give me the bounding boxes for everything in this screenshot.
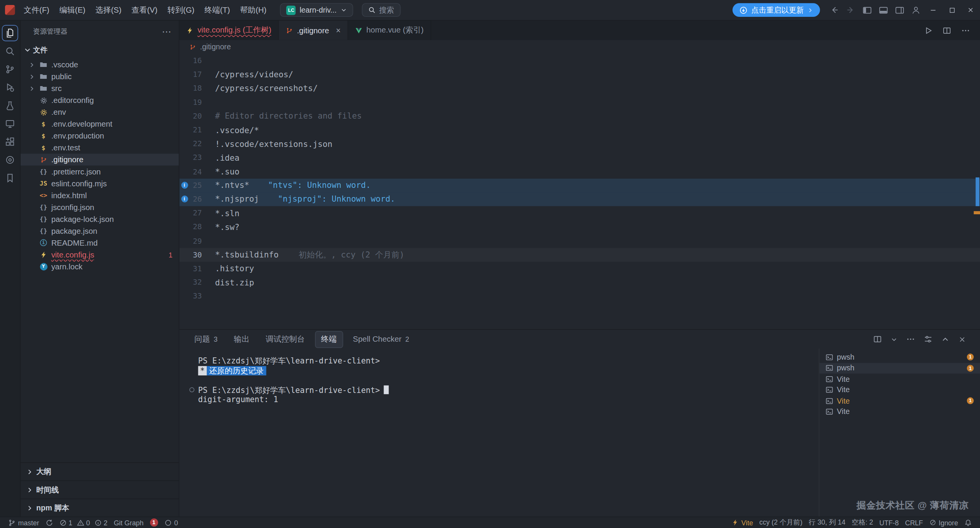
sync-button[interactable] — [42, 517, 56, 528]
tab-home-vue[interactable]: home.vue (索引) — [348, 21, 431, 40]
tree-item-file-selected[interactable]: .gitignore — [21, 154, 179, 166]
code-line-spell-info[interactable]: i25*.ntvs*"ntvs": Unknown word. — [180, 178, 980, 192]
tree-item-file[interactable]: {}jsconfig.json — [21, 201, 179, 213]
forward-button[interactable] — [843, 0, 859, 20]
npm-scripts-section[interactable]: npm 脚本 — [21, 499, 179, 517]
explorer-icon[interactable] — [0, 24, 20, 42]
more-actions-icon[interactable] — [961, 26, 970, 35]
tab-debug-console[interactable]: 调试控制台 — [260, 331, 311, 347]
tree-item-file[interactable]: JSeslint.config.mjs — [21, 178, 179, 189]
tree-item-file[interactable]: <>index.html — [21, 189, 179, 201]
outline-section[interactable]: 大纲 — [21, 462, 179, 480]
code-editor[interactable]: 16 17/cypress/videos/ 18/cypress/screens… — [180, 54, 980, 329]
tree-item-folder[interactable]: .vscode — [21, 59, 179, 70]
tree-item-folder[interactable]: public — [21, 70, 179, 82]
tab-vite-config[interactable]: vite.config.js (工作树) — [180, 21, 279, 40]
code-line[interactable]: 29 — [180, 234, 980, 248]
code-line-spell-info[interactable]: i26*.njsproj"njsproj": Unknown word. — [180, 192, 980, 206]
menu-terminal[interactable]: 终端(T) — [199, 3, 235, 17]
toggle-sidebar-icon[interactable] — [859, 0, 875, 20]
menu-view[interactable]: 查看(V) — [126, 3, 162, 17]
tree-item-file[interactable]: iREADME.md — [21, 237, 179, 249]
tree-item-file[interactable]: Yyarn.lock — [21, 261, 179, 272]
tree-item-file[interactable]: {}.prettierrc.json — [21, 166, 179, 178]
tree-item-file[interactable]: $.env.development — [21, 118, 179, 130]
code-line[interactable]: 33 — [180, 289, 980, 303]
tab-gitignore[interactable]: .gitignore × — [279, 21, 348, 40]
tab-output[interactable]: 输出 — [227, 331, 255, 347]
more-actions-icon[interactable] — [906, 335, 915, 344]
problems-indicator[interactable]: 1 0 2 — [56, 517, 111, 528]
terminal-list-item[interactable]: Vite — [819, 385, 980, 396]
menu-goto[interactable]: 转到(G) — [162, 3, 199, 17]
menu-selection[interactable]: 选择(S) — [90, 3, 126, 17]
toggle-secondary-sidebar-icon[interactable] — [891, 0, 907, 20]
menu-file[interactable]: 文件(F) — [19, 3, 54, 17]
code-line-current[interactable]: 30*.tsbuildinfo初始化。, ccy (2 个月前) — [180, 248, 980, 262]
code-line[interactable]: 27*.sln — [180, 206, 980, 220]
split-terminal-icon[interactable] — [873, 335, 882, 344]
encoding-status[interactable]: UTF-8 — [876, 517, 902, 528]
indentation-status[interactable]: 空格: 2 — [849, 517, 876, 528]
cursor-position[interactable]: 行 30, 列 14 — [805, 517, 848, 528]
tree-item-file-error[interactable]: vite.config.js1 — [21, 249, 179, 261]
git-graph-button[interactable]: Git Graph — [111, 517, 147, 528]
vite-status[interactable]: Vite — [729, 517, 756, 528]
source-control-icon[interactable] — [0, 60, 20, 78]
tree-item-file[interactable]: {}package.json — [21, 225, 179, 237]
code-line[interactable]: 19 — [180, 95, 980, 109]
timeline-section[interactable]: 时间线 — [21, 481, 179, 499]
tab-spell-checker[interactable]: Spell Checker2 — [347, 332, 416, 347]
code-line[interactable]: 32dist.zip — [180, 275, 980, 289]
breadcrumb[interactable]: .gitignore — [180, 40, 980, 54]
terminal-list-item[interactable]: pwsh1 — [819, 352, 980, 363]
restart-update-button[interactable]: 点击重启以更新 — [732, 3, 820, 17]
notifications-bell[interactable] — [961, 517, 975, 528]
close-window-button[interactable] — [961, 0, 980, 20]
secondary-counter[interactable]: 0 — [161, 517, 181, 528]
maximize-button[interactable] — [942, 0, 961, 20]
terminal-list-item-selected[interactable]: pwsh1 — [819, 363, 980, 374]
command-center[interactable]: LC learn-driv... — [280, 3, 353, 17]
code-line[interactable]: 16 — [180, 54, 980, 67]
menu-edit[interactable]: 编辑(E) — [54, 3, 90, 17]
split-editor-icon[interactable] — [942, 26, 951, 35]
code-line[interactable]: 21.vscode/* — [180, 123, 980, 137]
files-section-header[interactable]: 文件 — [21, 42, 179, 57]
branch-indicator[interactable]: master — [5, 517, 42, 528]
tree-item-file[interactable]: {}package-lock.json — [21, 213, 179, 225]
terminal-list-item[interactable]: Vite — [819, 406, 980, 417]
close-tab-icon[interactable]: × — [336, 26, 341, 34]
code-line[interactable]: 20# Editor directories and files — [180, 109, 980, 123]
language-mode[interactable]: Ignore — [926, 517, 961, 528]
chevron-up-icon[interactable] — [941, 335, 949, 343]
code-line[interactable]: 24*.suo — [180, 165, 980, 178]
command-decoration-icon[interactable] — [189, 387, 194, 392]
tree-item-file[interactable]: .env — [21, 106, 179, 118]
back-button[interactable] — [826, 0, 842, 20]
tab-problems[interactable]: 问题3 — [188, 331, 224, 347]
code-line[interactable]: 18/cypress/screenshots/ — [180, 81, 980, 95]
eol-status[interactable]: CRLF — [902, 517, 926, 528]
toggle-panel-icon[interactable] — [875, 0, 891, 20]
tree-item-folder[interactable]: src — [21, 83, 179, 95]
search-box[interactable]: 搜索 — [362, 3, 400, 17]
terminal-list-item[interactable]: Vite — [819, 373, 980, 385]
testing-icon[interactable] — [0, 96, 20, 114]
error-lens-badge[interactable]: 1 — [147, 517, 161, 528]
chevron-down-icon[interactable] — [891, 336, 898, 343]
more-actions-icon[interactable]: ⋯ — [162, 28, 171, 34]
bookmarks-icon[interactable] — [0, 169, 20, 187]
code-line[interactable]: 28*.sw? — [180, 220, 980, 234]
code-line[interactable]: 22!.vscode/extensions.json — [180, 137, 980, 151]
account-icon[interactable] — [908, 0, 924, 20]
tree-item-file[interactable]: .editorconfig — [21, 95, 179, 106]
code-line[interactable]: 23.idea — [180, 151, 980, 165]
terminal-content[interactable]: PS E:\zzdsj\郑好学车\learn-drive-client> *还原… — [180, 349, 819, 517]
tree-item-file[interactable]: $.env.test — [21, 142, 179, 154]
code-line[interactable]: 17/cypress/videos/ — [180, 68, 980, 81]
blame-status[interactable]: ccy (2 个月前) — [756, 517, 805, 528]
filter-icon[interactable] — [924, 335, 933, 344]
gitlens-icon[interactable] — [0, 150, 20, 168]
tree-item-file[interactable]: $.env.production — [21, 130, 179, 142]
